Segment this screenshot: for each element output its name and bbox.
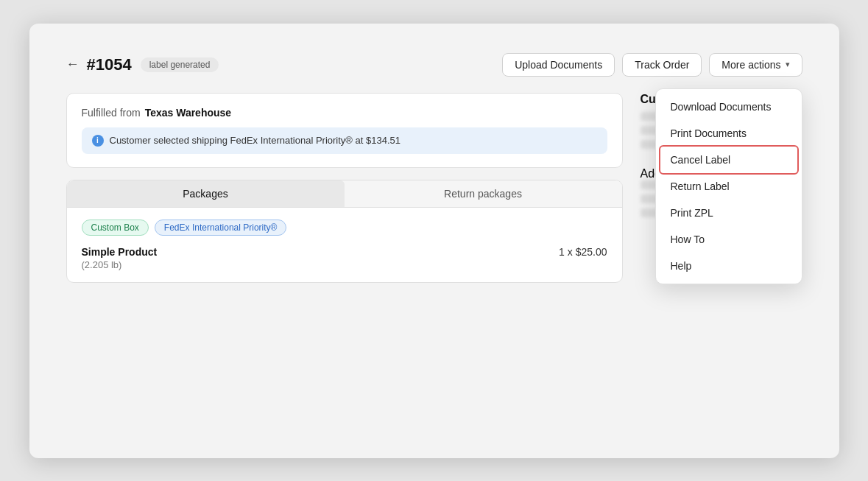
product-info: Simple Product (2.205 lb) xyxy=(82,246,158,270)
fulfilled-from-label: Fulfilled from xyxy=(82,107,141,119)
tabs-row: Packages Return packages xyxy=(67,180,622,208)
dropdown-menu: Download Documents Print Documents Cance… xyxy=(655,88,802,284)
product-row: Simple Product (2.205 lb) 1 x $25.00 xyxy=(82,246,607,270)
packages-content: Custom Box FedEx International Priority®… xyxy=(67,208,622,282)
warehouse-name: Texas Warehouse xyxy=(145,107,232,119)
status-badge: label generated xyxy=(141,57,219,72)
dropdown-item-print[interactable]: Print Documents xyxy=(656,120,802,147)
dropdown-item-download[interactable]: Download Documents xyxy=(656,94,802,120)
order-id: #1054 xyxy=(87,55,132,74)
main-window: ← #1054 label generated Upload Documents… xyxy=(29,24,839,458)
fulfilled-from-card: Fulfilled from Texas Warehouse i Custome… xyxy=(66,93,623,168)
info-banner-text: Customer selected shipping FedEx Interna… xyxy=(110,135,401,146)
tab-packages[interactable]: Packages xyxy=(67,180,345,207)
tags-row: Custom Box FedEx International Priority® xyxy=(82,220,607,236)
product-name: Simple Product xyxy=(82,246,158,258)
info-icon: i xyxy=(92,135,104,147)
header-actions: Upload Documents Track Order More action… xyxy=(502,53,802,77)
dropdown-item-return-label[interactable]: Return Label xyxy=(656,173,802,200)
fulfilled-from-row: Fulfilled from Texas Warehouse xyxy=(82,107,607,119)
more-actions-button[interactable]: More actions ▾ xyxy=(709,53,802,77)
more-actions-label: More actions xyxy=(721,59,780,71)
info-banner: i Customer selected shipping FedEx Inter… xyxy=(82,127,607,154)
dropdown-item-help[interactable]: Help xyxy=(656,253,802,279)
track-order-button[interactable]: Track Order xyxy=(622,53,702,77)
left-panel: Fulfilled from Texas Warehouse i Custome… xyxy=(66,93,623,283)
dropdown-item-how-to[interactable]: How To xyxy=(656,226,802,253)
product-price: 1 x $25.00 xyxy=(559,246,607,258)
chevron-down-icon: ▾ xyxy=(786,60,790,69)
tag-custom-box: Custom Box xyxy=(82,220,149,236)
dropdown-item-print-zpl[interactable]: Print ZPL xyxy=(656,200,802,226)
packages-card: Packages Return packages Custom Box FedE… xyxy=(66,180,623,283)
tab-return-packages[interactable]: Return packages xyxy=(345,180,622,207)
dropdown-item-cancel-label[interactable]: Cancel Label xyxy=(660,147,797,173)
back-button[interactable]: ← xyxy=(66,57,80,72)
product-weight: (2.205 lb) xyxy=(82,259,158,270)
tag-fedex: FedEx International Priority® xyxy=(155,220,287,236)
upload-documents-button[interactable]: Upload Documents xyxy=(502,53,615,77)
header-row: ← #1054 label generated Upload Documents… xyxy=(66,53,802,77)
